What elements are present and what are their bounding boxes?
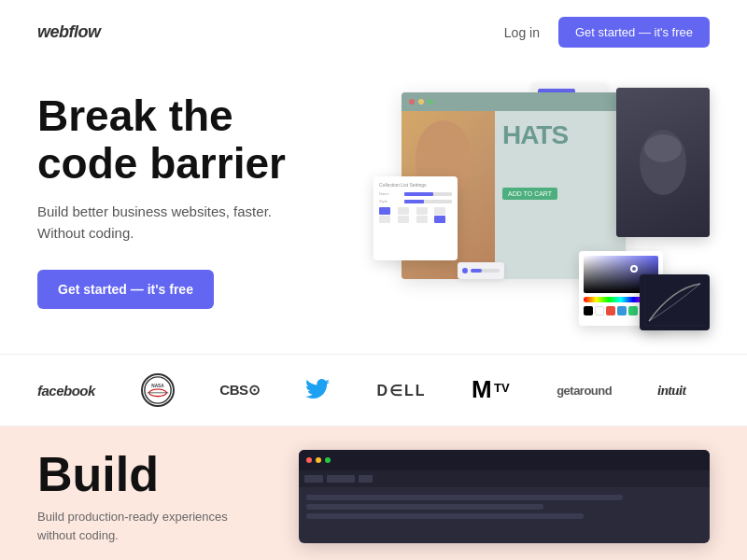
mtv-icon: M TV	[472, 377, 511, 403]
facebook-logo: facebook	[37, 383, 95, 399]
login-link[interactable]: Log in	[504, 25, 540, 40]
mockup-container: HATS ADD TO CART Collection List Setting…	[374, 83, 710, 344]
svg-point-4	[144, 377, 170, 403]
cbs-logo: CBS⊙	[219, 382, 260, 399]
curves-svg	[644, 279, 705, 326]
swatch-blue[interactable]	[617, 306, 627, 315]
svg-text:NASA: NASA	[151, 384, 164, 388]
text-line	[306, 504, 543, 510]
build-title: Build	[37, 450, 271, 498]
panel-row-1: Name	[379, 191, 452, 196]
brand-facebook: facebook	[37, 383, 95, 399]
minimize-dot	[316, 457, 321, 463]
header-cta-button[interactable]: Get started — it's free	[558, 17, 710, 48]
grid-cell	[379, 207, 390, 215]
hero-content: Break the code barrier Build better busi…	[37, 83, 355, 309]
toolbar-item	[359, 475, 373, 483]
panel-bar-2	[404, 200, 452, 203]
intuit-logo: intuit	[657, 379, 710, 402]
close-dot	[306, 457, 312, 463]
text-line	[306, 495, 623, 500]
svg-text:intuit: intuit	[657, 383, 687, 398]
swatch-white[interactable]	[595, 306, 604, 315]
hero-title: Break the code barrier	[37, 92, 355, 187]
grid-cell	[416, 207, 428, 215]
brand-cbs: CBS⊙	[219, 382, 260, 399]
grid-cell	[434, 207, 445, 215]
color-picker-dot	[630, 265, 638, 273]
nasa-svg: NASA	[143, 374, 173, 406]
build-window-controls	[299, 450, 710, 470]
panel-label: Name	[379, 191, 402, 196]
svg-text:TV: TV	[494, 381, 510, 395]
grid-cell	[434, 216, 445, 223]
brands-section: facebook NASA CBS⊙ D∈LL M TV getaround	[0, 354, 747, 427]
hero-visual: HATS ADD TO CART Collection List Setting…	[374, 83, 710, 344]
swatch-green[interactable]	[628, 306, 638, 315]
indicator-fill	[471, 269, 482, 273]
build-section: Build Build production-ready experiences…	[0, 427, 747, 560]
hat-image	[616, 88, 710, 237]
mockup-window-controls	[402, 92, 626, 111]
build-mockup-body	[299, 487, 710, 530]
expand-dot	[428, 99, 433, 105]
swatch-red[interactable]	[606, 306, 615, 315]
svg-point-1	[644, 134, 682, 162]
indicator-dot	[462, 268, 468, 273]
panel-bar-fill	[404, 192, 432, 196]
swatch-black[interactable]	[584, 306, 593, 315]
build-subtitle: Build production-ready experiences witho…	[37, 508, 271, 544]
minimize-dot	[418, 99, 424, 105]
header-nav: Log in Get started — it's free	[504, 17, 710, 48]
brand-mtv: M TV	[472, 377, 511, 403]
brand-twitter	[305, 379, 331, 401]
collection-panel: Collection List Settings Name Style	[374, 176, 458, 260]
hat-svg	[635, 125, 691, 200]
twitter-icon	[305, 379, 331, 401]
build-toolbar	[299, 470, 710, 487]
dell-logo: D∈LL	[377, 382, 427, 399]
grid-cell	[379, 216, 390, 223]
brand-nasa: NASA	[141, 373, 175, 407]
build-content: Build Build production-ready experiences…	[37, 450, 271, 544]
logo: webflow	[37, 22, 101, 42]
small-indicator	[458, 262, 504, 279]
hero-subtitle: Build better business websites, faster. …	[37, 202, 355, 244]
header: webflow Log in Get started — it's free	[0, 0, 747, 64]
toolbar-item	[304, 475, 323, 483]
svg-text:M: M	[472, 377, 492, 403]
hero-section: Break the code barrier Build better busi…	[0, 64, 747, 354]
indicator-bar	[471, 269, 500, 273]
panel-bar	[404, 192, 452, 196]
nasa-logo: NASA	[141, 373, 175, 407]
brand-intuit: intuit	[657, 379, 710, 402]
grid-cell	[416, 216, 428, 223]
add-to-cart-button[interactable]: ADD TO CART	[502, 188, 557, 200]
intuit-svg: intuit	[657, 379, 710, 399]
brand-getaround: getaround	[557, 384, 612, 398]
hats-label: HATS	[502, 120, 618, 150]
panel-grid	[379, 207, 452, 223]
panel-label-2: Style	[379, 199, 402, 203]
panel-title: Collection List Settings	[379, 182, 452, 188]
hat-card	[616, 88, 710, 237]
panel-row-2: Style	[379, 199, 452, 203]
curves-panel	[640, 274, 710, 330]
hero-cta-button[interactable]: Get started — it's free	[37, 270, 214, 309]
grid-cell	[398, 216, 409, 223]
getaround-logo: getaround	[557, 384, 612, 398]
grid-cell	[398, 207, 409, 215]
text-line	[306, 513, 584, 519]
close-dot	[409, 99, 415, 105]
panel-bar-fill-2	[404, 200, 423, 203]
brand-dell: D∈LL	[377, 382, 427, 399]
toolbar-item	[327, 475, 355, 483]
build-mockup	[299, 450, 710, 543]
expand-dot	[325, 457, 331, 463]
